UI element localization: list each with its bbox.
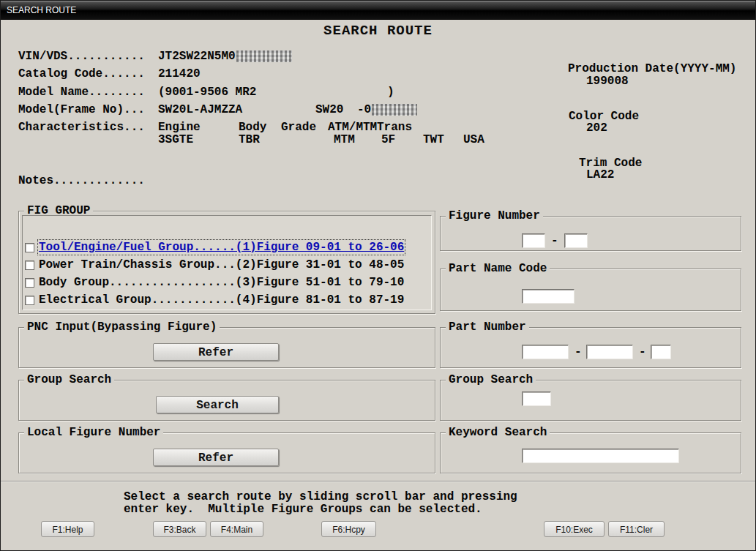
trim-code-value: LA22 xyxy=(586,168,614,181)
fig-group-checkbox-2[interactable] xyxy=(25,260,34,270)
fig-group-item-tool-engine-fuel[interactable]: Tool/Engine/Fuel Group......(1)Figure 09… xyxy=(39,241,404,254)
figure-number-input-2[interactable] xyxy=(564,233,588,248)
catalog-code-value: 211420 xyxy=(158,67,201,80)
char-value-transmission-type: MTM xyxy=(334,133,355,146)
characteristics-label: Characteristics... xyxy=(18,121,145,134)
keyword-search-legend: Keyword Search xyxy=(446,426,550,439)
part-number-input-1[interactable] xyxy=(522,345,569,359)
char-value-usa: USA xyxy=(463,133,484,146)
part-number-legend: Part Number xyxy=(446,321,529,334)
part-number-separator-1: - xyxy=(575,345,582,359)
app-window: SEARCH ROUTE SEARCH ROUTE VIN/VDS.......… xyxy=(0,0,756,551)
f11-cler-button[interactable]: F11:Cler xyxy=(608,521,665,537)
frame-suffix-value: -0 xyxy=(357,103,371,116)
frame-no-label: Model(Frame No)... xyxy=(18,103,145,116)
f1-help-button[interactable]: F1:Help xyxy=(41,521,94,537)
local-figure-number-legend: Local Figure Number xyxy=(24,426,163,439)
group-search-left-legend: Group Search xyxy=(24,373,114,386)
char-header-trans: Trans xyxy=(377,121,412,134)
char-header-engine: Engine xyxy=(158,121,201,134)
figure-number-panel: Figure Number xyxy=(440,209,741,251)
fig-group-item-body[interactable]: Body Group..................(3)Figure 51… xyxy=(39,276,404,289)
frame-redacted xyxy=(372,104,417,116)
part-number-input-2[interactable] xyxy=(586,345,633,359)
title-bar[interactable]: SEARCH ROUTE xyxy=(1,1,755,20)
f6-hcpy-button[interactable]: F6:Hcpy xyxy=(321,521,376,537)
color-code-value: 202 xyxy=(586,121,607,135)
catalog-code-label: Catalog Code...... xyxy=(18,67,145,80)
figure-number-legend: Figure Number xyxy=(446,209,543,222)
part-number-separator-2: - xyxy=(639,345,646,359)
char-value-body: TBR xyxy=(239,133,260,146)
vin-value: JT2SW22N5M0 xyxy=(158,50,236,63)
main-content: SEARCH ROUTE VIN/VDS........... JT2SW22N… xyxy=(1,20,755,550)
instruction-line-1: Select a search route by sliding scroll … xyxy=(124,490,517,503)
fig-group-checkbox-4[interactable] xyxy=(25,296,34,305)
char-header-atm-mtm: ATM/MTM xyxy=(328,121,377,134)
local-figure-refer-button[interactable]: Refer xyxy=(153,449,279,466)
figure-number-input-1[interactable] xyxy=(522,233,545,248)
fig-group-checkbox-3[interactable] xyxy=(25,278,34,288)
figure-number-separator: - xyxy=(551,234,558,247)
f3-back-button[interactable]: F3:Back xyxy=(153,521,206,537)
production-date-value: 199008 xyxy=(586,75,629,88)
char-value-engine: 3SGTE xyxy=(158,133,193,146)
vin-label: VIN/VDS........... xyxy=(18,50,145,63)
fig-group-item-power-train-chassis[interactable]: Power Train/Chassis Group...(2)Figure 31… xyxy=(39,258,404,271)
pnc-input-legend: PNC Input(Bypassing Figure) xyxy=(24,321,220,334)
model-name-close-paren: ) xyxy=(387,86,394,99)
char-header-grade: Grade xyxy=(281,121,316,134)
group-search-button[interactable]: Search xyxy=(156,396,279,413)
frame-model-value: SW20 xyxy=(315,103,343,116)
fig-group-checkbox-1[interactable] xyxy=(25,243,34,252)
char-value-twt: TWT xyxy=(423,133,444,146)
f4-main-button[interactable]: F4:Main xyxy=(210,521,263,537)
char-header-body: Body xyxy=(239,121,266,134)
part-name-code-input[interactable] xyxy=(522,289,575,304)
group-search-input[interactable] xyxy=(522,391,551,406)
part-name-code-legend: Part Name Code xyxy=(446,262,550,275)
group-search-right-legend: Group Search xyxy=(446,373,536,386)
f10-exec-button[interactable]: F10:Exec xyxy=(544,521,605,537)
group-search-panel-right: Group Search xyxy=(440,373,741,421)
pnc-refer-button[interactable]: Refer xyxy=(153,343,279,361)
frame-code-value: SW20L-AJMZZA xyxy=(158,103,242,116)
page-title: SEARCH ROUTE xyxy=(1,23,755,39)
model-name-value: (9001-9506 MR2 xyxy=(158,86,256,99)
notes-label: Notes............. xyxy=(18,174,145,187)
instruction-line-2: enter key. Multiple Figure Groups can be… xyxy=(124,503,482,516)
fig-group-item-electrical[interactable]: Electrical Group............(4)Figure 81… xyxy=(39,293,404,307)
production-date-label: Production Date(YYYY-MM) xyxy=(568,62,736,75)
char-value-trans: 5F xyxy=(381,133,395,146)
footer-divider xyxy=(1,481,755,482)
vin-redacted xyxy=(236,50,292,62)
window-title: SEARCH ROUTE xyxy=(1,5,76,15)
part-number-input-3[interactable] xyxy=(651,345,671,359)
part-name-code-panel: Part Name Code xyxy=(440,262,741,311)
model-name-label: Model Name........ xyxy=(18,86,145,99)
keyword-search-input[interactable] xyxy=(522,449,679,463)
